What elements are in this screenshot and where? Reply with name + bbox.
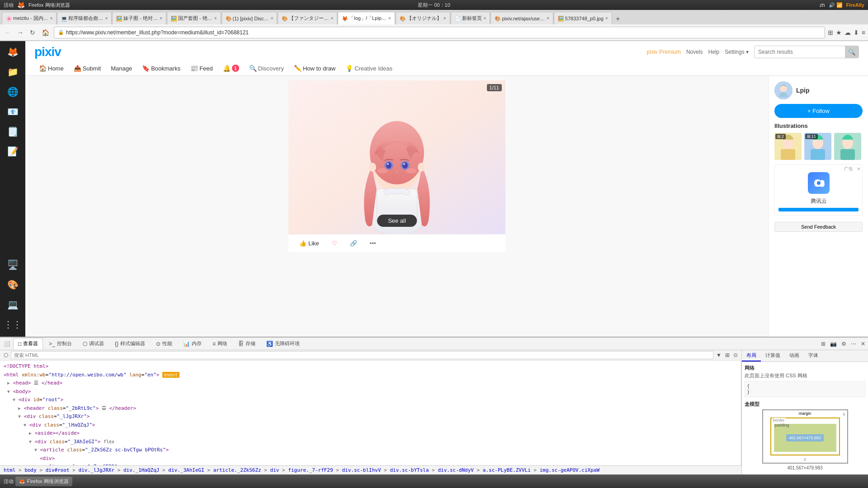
illus-thumb-3[interactable] bbox=[834, 133, 861, 160]
html-line-div-lha[interactable]: ▼ <div class="_lHaQZqJ"> bbox=[2, 421, 739, 430]
devtools-tab-inspector[interactable]: □ 查看器 bbox=[13, 338, 43, 350]
devtools-tab-storage[interactable]: 🗄 存储 bbox=[233, 338, 260, 350]
nav-submit[interactable]: 📤 Submit bbox=[69, 63, 105, 74]
bookmark-icon[interactable]: ⊞ bbox=[828, 29, 833, 36]
taskbar-firefox[interactable]: 🦊 Firefox 网络浏览器 bbox=[15, 477, 72, 486]
nav-home[interactable]: 🏠 Home bbox=[34, 63, 68, 74]
breadcrumb-article[interactable]: article._2ZkS6Zz bbox=[213, 467, 261, 473]
devtools-tab-accessibility[interactable]: ♿ 无障碍环境 bbox=[261, 338, 305, 350]
taskbar-activities[interactable]: 活动 bbox=[4, 478, 14, 485]
html-line-head[interactable]: ▶ <head> ☰ </head> bbox=[2, 379, 739, 388]
tab-close-meizi[interactable]: × bbox=[160, 16, 162, 21]
ad-bar[interactable] bbox=[778, 208, 859, 211]
activities-label[interactable]: 活动 bbox=[4, 2, 14, 9]
sidebar-icon-email[interactable]: 📧 bbox=[4, 103, 22, 121]
back-button[interactable]: ← bbox=[3, 28, 13, 37]
devtools-tab-style-editor[interactable]: {} 样式编辑器 bbox=[110, 338, 150, 350]
styles-tab-fonts[interactable]: 字体 bbox=[804, 350, 823, 361]
html-line-html[interactable]: <html xmlns:wb="http://open.weibo.com/wb… bbox=[2, 371, 739, 380]
tab-close-original[interactable]: × bbox=[443, 16, 446, 21]
tab-log-active[interactable]: 🦊 「log」/「Lpip… × bbox=[338, 12, 395, 24]
nav-feed[interactable]: 📰 Feed bbox=[186, 63, 217, 74]
html-search-input[interactable] bbox=[11, 351, 713, 359]
tab-pixiv-ajax[interactable]: 🎨 pixiv.net/ajax/use… × bbox=[491, 12, 553, 24]
breadcrumb-div-root[interactable]: div#root bbox=[46, 467, 70, 473]
like-button[interactable]: 👍 Like bbox=[296, 238, 323, 249]
breadcrumb-img[interactable]: img.sc-geAPOV.ciXpaW bbox=[540, 467, 599, 473]
breadcrumb-div[interactable]: div bbox=[270, 467, 279, 473]
breadcrumb-div-3ah[interactable]: div._3AhIeGI bbox=[168, 467, 204, 473]
tab-close-log[interactable]: × bbox=[388, 16, 391, 21]
styles-tab-animations[interactable]: 动画 bbox=[785, 350, 804, 361]
sidebar-icon-web[interactable]: 🌐 bbox=[4, 83, 22, 101]
devtools-settings-icon[interactable]: ⚙ bbox=[840, 340, 847, 348]
styles-tab-computed[interactable]: 计算值 bbox=[761, 350, 785, 361]
breadcrumb-div-ljg[interactable]: div._lJgJRXr bbox=[79, 467, 114, 473]
devtools-dock-icon[interactable]: ⬜ bbox=[2, 341, 12, 347]
devtools-responsive-icon[interactable]: ⊞ bbox=[820, 340, 826, 348]
tab-fantasy[interactable]: 🎨 【ファンタジー… × bbox=[278, 12, 337, 24]
see-all-button[interactable]: See all bbox=[377, 215, 417, 227]
devtools-tab-debugger[interactable]: ⬡ 调试器 bbox=[78, 338, 109, 350]
tab-meizitu[interactable]: 🌸 meizitu - 国内… × bbox=[2, 12, 57, 24]
sidebar-icon-paint[interactable]: 🎨 bbox=[4, 276, 22, 294]
devtools-tab-performance[interactable]: ⊙ 性能 bbox=[151, 338, 177, 350]
pixiv-help-link[interactable]: Help bbox=[708, 49, 720, 55]
sidebar-icon-text[interactable]: 📝 bbox=[4, 142, 22, 160]
pixiv-premium-link[interactable]: pixiv Premium bbox=[647, 49, 681, 55]
artwork-image[interactable]: 1/11 See all bbox=[288, 80, 505, 234]
tab-guochan[interactable]: 🖼️ 国产套图 - 绝… × bbox=[167, 12, 221, 24]
breadcrumb-figure[interactable]: figure._7-rfF29 bbox=[288, 467, 333, 473]
tab-chengxu[interactable]: 💻 程序猿都会彪… × bbox=[57, 12, 112, 24]
tab-meizi[interactable]: 🖼️ 妹子图 - 绝对… × bbox=[112, 12, 166, 24]
devtools-tab-memory[interactable]: 📊 内存 bbox=[178, 338, 207, 350]
bookmarks-star-icon[interactable]: ★ bbox=[836, 29, 842, 36]
html-line-aside[interactable]: ▶ <aside></aside> bbox=[2, 429, 739, 438]
nav-notification[interactable]: 🔔 1 bbox=[218, 63, 244, 74]
html-panel-icon[interactable]: ⬡ bbox=[3, 351, 9, 359]
html-line-div-3ah[interactable]: ▼ <div class="_3AhIeGI"> flex bbox=[2, 438, 739, 446]
new-tab-button[interactable]: + bbox=[613, 14, 623, 24]
share-button[interactable]: 🔗 bbox=[346, 238, 361, 249]
devtools-screenshot-icon[interactable]: 📷 bbox=[829, 340, 838, 348]
html-new-node-icon[interactable]: ⊞ bbox=[724, 351, 731, 359]
styles-tab-layout[interactable]: 布局 bbox=[742, 350, 761, 361]
sidebar-icon-files[interactable]: 📁 bbox=[4, 63, 22, 81]
ad-close-button[interactable]: × bbox=[857, 166, 860, 172]
tab-close-ajax[interactable]: × bbox=[547, 16, 549, 21]
nav-creative-ideas[interactable]: 💡 Creative Ideas bbox=[341, 63, 397, 74]
follow-button[interactable]: + Follow bbox=[774, 104, 863, 118]
html-line-div-ljg[interactable]: ▼ <div class="_lJgJRXr"> bbox=[2, 413, 739, 421]
sidebar-icon-notes[interactable]: 🗒️ bbox=[4, 122, 22, 141]
breadcrumb-div-sc-bytsla[interactable]: div.sc-bYTsla bbox=[390, 467, 429, 473]
search-button[interactable]: 🔍 bbox=[845, 46, 859, 58]
lang-indicator[interactable]: zh bbox=[820, 2, 825, 8]
address-bar[interactable]: 🔒 https://www.pixiv.net/member_illust.ph… bbox=[54, 27, 825, 38]
send-feedback-button[interactable]: Send Feedback bbox=[774, 222, 863, 232]
tab-original[interactable]: 🎨 【オリジナル】 × bbox=[396, 12, 450, 24]
html-line-body[interactable]: ▼ <body> bbox=[2, 388, 739, 396]
devtools-tab-network[interactable]: ≡ 网络 bbox=[208, 338, 232, 350]
pixiv-novels-link[interactable]: Novels bbox=[686, 49, 703, 55]
tab-close-guochan[interactable]: × bbox=[214, 16, 217, 21]
sidebar-icon-grid[interactable]: ⋮⋮ bbox=[4, 315, 22, 333]
nav-discovery[interactable]: 🔍 Discovery bbox=[245, 63, 288, 74]
sidebar-icon-firefox[interactable]: 🦊 bbox=[4, 43, 22, 61]
more-button[interactable]: ••• bbox=[366, 238, 380, 249]
reload-button[interactable]: ↻ bbox=[28, 28, 37, 37]
firefox-taskbar-icon[interactable]: 🦊 bbox=[17, 1, 25, 9]
artist-avatar[interactable] bbox=[774, 81, 793, 99]
html-filter-icon[interactable]: ▼ bbox=[715, 351, 722, 359]
breadcrumb-div-lha[interactable]: div._1HaQZqJ bbox=[123, 467, 159, 473]
html-line-header[interactable]: ▶ <header class="_2bRtL9c"> ☰ </header> bbox=[2, 404, 739, 413]
sidebar-icon-ide[interactable]: 💻 bbox=[4, 296, 22, 314]
illus-thumb-2[interactable]: ⊞11 bbox=[804, 133, 831, 160]
sync-icon[interactable]: ☁ bbox=[844, 29, 851, 36]
tab-close-newtab[interactable]: × bbox=[484, 16, 486, 21]
pixiv-settings-link[interactable]: Settings ▾ bbox=[725, 49, 749, 55]
nav-manage[interactable]: Manage bbox=[106, 63, 137, 74]
tab-close-jpg[interactable]: × bbox=[605, 16, 608, 21]
html-line-doctype[interactable]: <!DOCTYPE html> bbox=[2, 362, 739, 371]
heart-button[interactable]: ♡ bbox=[328, 238, 341, 249]
tab-newtab[interactable]: 📄 新标签页 × bbox=[451, 12, 491, 24]
